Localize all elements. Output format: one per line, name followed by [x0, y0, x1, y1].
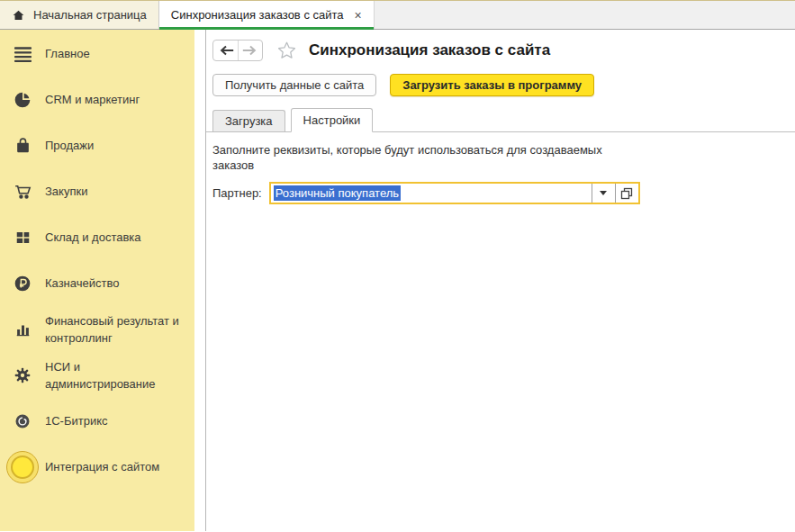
get-site-data-button[interactable]: Получить данные с сайта	[212, 74, 376, 96]
open-form-icon	[620, 187, 633, 200]
sidebar-item-purchases[interactable]: Закупки	[0, 168, 194, 214]
sidebar-item-financial-result[interactable]: Финансовый результат и контроллинг	[0, 306, 194, 352]
command-bar: Получить данные с сайта Загрузить заказы…	[212, 74, 795, 96]
partner-field-label: Партнер:	[212, 186, 262, 200]
sidebar-item-1c-bitrix[interactable]: 1С-Битрикс	[0, 398, 194, 444]
home-icon	[12, 9, 25, 22]
menu-icon	[0, 45, 45, 63]
load-orders-button[interactable]: Загрузить заказы в программу	[390, 74, 594, 96]
favorites-star-icon[interactable]	[276, 41, 297, 60]
forward-button[interactable]	[238, 41, 262, 60]
tab-home-label: Начальная страница	[33, 8, 147, 22]
cart-icon	[0, 183, 45, 201]
partner-input[interactable]: Розничный покупатель	[269, 182, 640, 204]
sidebar-item-crm-marketing[interactable]: CRM и маркетинг	[0, 77, 194, 122]
chevron-down-icon	[600, 191, 607, 195]
partner-field-row: Партнер: Розничный покупатель	[212, 182, 795, 204]
page-title: Синхронизация заказов с сайта	[309, 41, 550, 59]
sidebar-item-label: НСИ и администрирование	[45, 358, 194, 392]
sidebar-item-label: Главное	[45, 45, 99, 62]
sidebar-item-treasury[interactable]: Казначейство	[0, 260, 194, 306]
gear-icon	[0, 366, 45, 384]
partner-input-text[interactable]: Розничный покупатель	[271, 184, 592, 203]
sidebar-item-label: CRM и маркетинг	[45, 91, 149, 108]
tab-sync-orders[interactable]: Синхронизация заказов с сайта ×	[159, 1, 375, 29]
sidebar-item-label: Финансовый результат и контроллинг	[45, 312, 194, 347]
sidebar-item-site-integration[interactable]: Интеграция с сайтом	[0, 444, 194, 490]
sidebar-item-warehouse-delivery[interactable]: Склад и доставка	[0, 214, 194, 260]
window-tab-bar: Начальная страница Синхронизация заказов…	[0, 0, 795, 30]
form-header: Синхронизация заказов с сайта	[212, 38, 795, 63]
partner-dropdown-button[interactable]	[592, 184, 615, 203]
grid-icon	[0, 230, 45, 246]
bitrix-icon	[0, 413, 45, 429]
sidebar-item-label: 1С-Битрикс	[45, 412, 117, 429]
tab-load[interactable]: Загрузка	[212, 110, 285, 131]
back-button[interactable]	[213, 41, 238, 60]
sidebar-item-main[interactable]: Главное	[0, 31, 194, 77]
form-tabstrip: Загрузка Настройки	[206, 108, 795, 132]
tab-settings[interactable]: Настройки	[291, 108, 374, 132]
shopping-bag-icon	[0, 137, 45, 155]
pie-chart-icon	[0, 91, 45, 109]
sidebar-item-label: Склад и доставка	[45, 229, 150, 246]
sidebar-item-label: Продажи	[45, 137, 103, 154]
history-nav-group	[212, 40, 263, 61]
yellow-circle-icon	[0, 451, 45, 483]
bar-chart-icon	[0, 321, 45, 338]
close-icon[interactable]: ×	[355, 9, 362, 22]
sidebar-item-master-data-admin[interactable]: НСИ и администрирование	[0, 352, 194, 398]
tab-home-page[interactable]: Начальная страница	[0, 1, 159, 29]
partner-open-button[interactable]	[616, 184, 638, 203]
settings-hint-text: Заполните реквизиты, которые будут испол…	[212, 142, 609, 173]
partner-selected-value: Розничный покупатель	[274, 185, 401, 201]
sidebar-item-sales[interactable]: Продажи	[0, 122, 194, 168]
sections-sidebar: Главное CRM и маркетинг Продажи	[0, 30, 194, 531]
main-content: Синхронизация заказов с сайта Получить д…	[206, 30, 795, 531]
tab-sync-label: Синхронизация заказов с сайта	[171, 8, 344, 22]
sidebar-item-label: Казначейство	[45, 275, 128, 292]
sidebar-item-label: Интеграция с сайтом	[45, 458, 168, 475]
sidebar-content-divider	[194, 30, 206, 531]
sidebar-item-label: Закупки	[45, 183, 96, 200]
ruble-icon	[0, 275, 45, 293]
